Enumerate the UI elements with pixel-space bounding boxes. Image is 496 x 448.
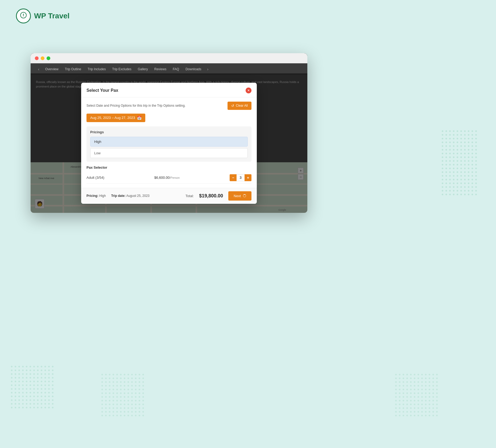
svg-point-150: [442, 186, 443, 188]
svg-point-220: [26, 377, 27, 379]
svg-point-315: [22, 407, 24, 408]
svg-point-443: [142, 407, 144, 409]
svg-point-324: [101, 374, 103, 375]
modal-body: Select Date and Pricing Options for this…: [81, 97, 257, 188]
svg-point-101: [445, 168, 447, 169]
svg-point-143: [453, 182, 454, 184]
svg-point-497: [414, 381, 415, 383]
svg-point-174: [457, 194, 458, 195]
svg-point-246: [33, 384, 35, 386]
svg-point-303: [22, 403, 24, 405]
next-button[interactable]: Next: [228, 191, 251, 201]
traffic-light-red[interactable]: [35, 56, 39, 60]
nav-arrow-right[interactable]: ›: [205, 66, 211, 72]
nav-item-trip-outline[interactable]: Trip Outline: [62, 66, 84, 72]
svg-point-420: [101, 404, 103, 405]
svg-point-576: [395, 407, 397, 409]
svg-point-412: [116, 400, 118, 401]
svg-point-405: [135, 396, 137, 398]
svg-point-591: [406, 411, 408, 413]
svg-point-445: [105, 411, 107, 413]
svg-point-504: [395, 385, 397, 387]
svg-point-71: [445, 156, 447, 158]
nav-item-faq[interactable]: FAQ: [170, 66, 182, 72]
pricing-option-low[interactable]: Low: [90, 148, 248, 158]
svg-point-495: [406, 381, 408, 383]
traffic-light-yellow[interactable]: [41, 56, 44, 60]
svg-point-8: [472, 130, 473, 132]
svg-point-305: [30, 403, 31, 405]
svg-point-99: [475, 164, 477, 165]
svg-point-387: [113, 392, 114, 394]
svg-point-520: [410, 389, 412, 390]
svg-point-424: [116, 404, 118, 405]
svg-point-295: [37, 399, 39, 401]
date-range-text: Aug 25, 2023 – Aug 27, 2023: [90, 116, 135, 120]
nav-item-overview[interactable]: Overview: [43, 66, 61, 72]
svg-point-269: [30, 392, 31, 393]
svg-point-70: [442, 156, 443, 158]
traffic-light-green[interactable]: [47, 56, 50, 60]
svg-point-86: [464, 160, 466, 162]
svg-point-461: [120, 415, 122, 416]
nav-item-trip-excludes[interactable]: Trip Excludes: [110, 66, 134, 72]
svg-point-111: [445, 171, 447, 173]
svg-point-36: [464, 142, 466, 143]
svg-point-363: [113, 385, 114, 387]
counter-plus-button[interactable]: +: [245, 174, 251, 181]
nav-item-reviews[interactable]: Reviews: [152, 66, 169, 72]
svg-point-2: [449, 130, 451, 132]
svg-point-235: [37, 381, 39, 382]
date-selector[interactable]: Aug 25, 2023 – Aug 27, 2023 📅: [86, 114, 145, 122]
nav-item-trip-includes[interactable]: Trip Includes: [85, 66, 108, 72]
svg-point-66: [464, 153, 466, 154]
nav-item-downloads[interactable]: Downloads: [183, 66, 204, 72]
pricings-box: Pricings High Low: [86, 126, 251, 162]
svg-point-271: [37, 392, 39, 393]
svg-point-574: [432, 404, 434, 405]
svg-point-518: [403, 389, 404, 390]
svg-point-89: [475, 160, 477, 162]
counter-minus-button[interactable]: −: [230, 174, 237, 181]
svg-point-536: [425, 392, 427, 394]
svg-point-145: [460, 182, 462, 184]
svg-point-437: [120, 407, 122, 409]
clear-all-button[interactable]: ↺ Clear All: [228, 102, 251, 110]
svg-point-325: [105, 374, 107, 375]
svg-point-240: [11, 384, 13, 386]
svg-point-131: [445, 179, 447, 180]
svg-point-53: [453, 149, 454, 151]
svg-point-260: [41, 388, 42, 390]
svg-point-346: [139, 378, 140, 379]
svg-point-144: [457, 182, 458, 184]
svg-point-135: [460, 179, 462, 180]
svg-point-124: [457, 175, 458, 177]
svg-point-224: [41, 377, 42, 379]
decorative-dots-br: [395, 374, 448, 427]
svg-point-361: [105, 385, 107, 387]
svg-point-399: [113, 396, 114, 398]
svg-point-141: [445, 182, 447, 184]
svg-point-389: [120, 392, 122, 394]
nav-arrow-left[interactable]: ‹: [36, 66, 42, 72]
svg-point-34: [457, 142, 458, 143]
svg-point-486: [418, 378, 419, 379]
svg-point-528: [395, 392, 397, 394]
nav-item-gallery[interactable]: Gallery: [135, 66, 151, 72]
svg-point-312: [11, 407, 13, 408]
svg-point-448: [116, 411, 118, 413]
svg-point-511: [421, 385, 423, 387]
svg-point-392: [131, 392, 133, 394]
svg-point-81: [445, 160, 447, 162]
pricing-option-high[interactable]: High: [90, 137, 248, 147]
svg-point-521: [414, 389, 415, 390]
clear-all-row: Select Date and Pricing Options for this…: [86, 102, 251, 110]
svg-point-64: [457, 153, 458, 154]
svg-point-350: [109, 381, 110, 383]
svg-point-10: [442, 134, 443, 136]
svg-point-587: [436, 407, 438, 409]
svg-point-380: [131, 389, 133, 390]
modal-close-button[interactable]: ×: [246, 88, 251, 93]
svg-point-292: [26, 399, 27, 401]
svg-point-69: [475, 153, 477, 154]
